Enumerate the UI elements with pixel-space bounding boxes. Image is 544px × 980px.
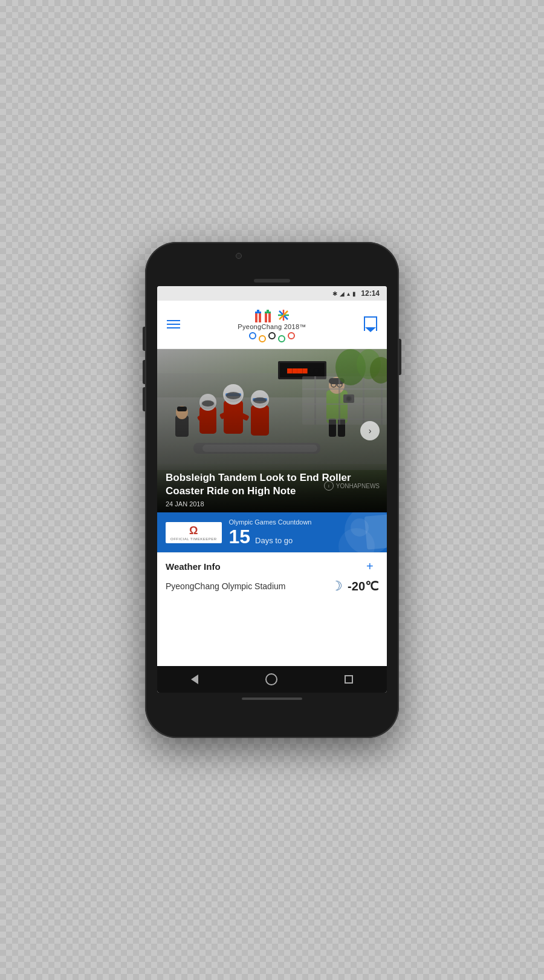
weather-temp-row: ☽ -20℃ (331, 578, 378, 594)
phone-screen: ✱ ◢ ▴ ▮ 12:14 (157, 286, 387, 693)
weather-header: Weather Info + (166, 560, 378, 572)
ring-green (278, 335, 285, 342)
ring-yellow (259, 335, 266, 342)
svg-rect-3 (257, 310, 259, 312)
yonhap-text: YONHAPNEWS (336, 483, 380, 489)
phone-top (145, 272, 399, 286)
svg-rect-4 (265, 313, 267, 322)
phone-camera (236, 253, 242, 259)
recent-square-icon (345, 675, 353, 684)
svg-rect-5 (268, 313, 271, 322)
back-button[interactable] (191, 675, 198, 684)
hero-section: ■■■■ (157, 349, 387, 512)
phone-speaker (254, 279, 290, 283)
weather-section: Weather Info + PyeongChang Olympic Stadi… (157, 552, 387, 601)
header-top-row: PyeongChang 2018™ (167, 305, 377, 342)
shape-rect (364, 514, 387, 549)
status-time: 12:14 (361, 289, 380, 298)
recent-button[interactable] (345, 675, 353, 684)
ring-black (268, 332, 276, 339)
signal-icon: ▴ (347, 290, 350, 297)
app-header: PyeongChang 2018™ (157, 301, 387, 349)
next-arrow-icon: › (369, 426, 372, 436)
weather-title: Weather Info (166, 561, 221, 572)
logo-area: PyeongChang 2018™ (238, 308, 306, 342)
pyeongchang-gate-icon (254, 308, 274, 322)
countdown-banner: Ω OFFICIAL TIMEKEEPER Olympic Games Coun… (157, 512, 387, 552)
back-arrow-icon (191, 675, 198, 684)
svg-rect-0 (255, 313, 257, 322)
countdown-label: Olympic Games Countdown (229, 518, 312, 526)
home-indicator (242, 697, 302, 700)
omega-logo: Ω OFFICIAL TIMEKEEPER (166, 522, 222, 543)
home-button[interactable] (265, 673, 277, 685)
status-bar: ✱ ◢ ▴ ▮ 12:14 (157, 286, 387, 301)
countdown-number: 15 (229, 527, 251, 546)
countdown-row: 15 Days to go (229, 527, 312, 546)
bottom-nav (157, 666, 387, 693)
hero-date: 24 JAN 2018 (166, 500, 378, 508)
omega-symbol: Ω (189, 524, 198, 537)
svg-rect-1 (259, 313, 261, 322)
hero-next-button[interactable]: › (360, 421, 380, 440)
bluetooth-icon: ✱ (332, 290, 337, 297)
countdown-days: Days to go (255, 536, 293, 545)
star-icon (277, 309, 290, 322)
olympic-rings (249, 332, 295, 342)
home-circle-icon (265, 673, 277, 685)
bookmark-button[interactable] (364, 316, 377, 332)
hero-caption: i YONHAPNEWS Bobsleigh Tandem Look to En… (157, 464, 387, 512)
ring-red (288, 332, 295, 339)
logo-text-row (254, 308, 290, 322)
yonhap-watermark: i YONHAPNEWS (324, 481, 380, 491)
countdown-shapes (332, 512, 387, 552)
brand-name: PyeongChang 2018™ (238, 323, 306, 330)
yonhap-logo: i (324, 481, 334, 491)
countdown-info: Olympic Games Countdown 15 Days to go (229, 518, 312, 546)
svg-rect-7 (267, 310, 269, 312)
weather-add-button[interactable]: + (366, 560, 378, 572)
shape-circle (351, 518, 369, 537)
status-icons: ✱ ◢ ▴ ▮ 12:14 (332, 289, 380, 298)
phone-bottom (242, 693, 302, 708)
wifi-icon: ◢ (340, 290, 345, 297)
weather-location-row: PyeongChang Olympic Stadium ☽ -20℃ (166, 578, 378, 594)
weather-location: PyeongChang Olympic Stadium (166, 581, 285, 592)
menu-button[interactable] (167, 320, 180, 328)
weather-temp: -20℃ (348, 579, 378, 593)
omega-text: OFFICIAL TIMEKEEPER (170, 537, 217, 541)
battery-icon: ▮ (352, 290, 356, 297)
ring-blue (249, 332, 256, 339)
phone-shell: ✱ ◢ ▴ ▮ 12:14 (145, 242, 399, 738)
weather-condition-icon: ☽ (331, 578, 343, 594)
